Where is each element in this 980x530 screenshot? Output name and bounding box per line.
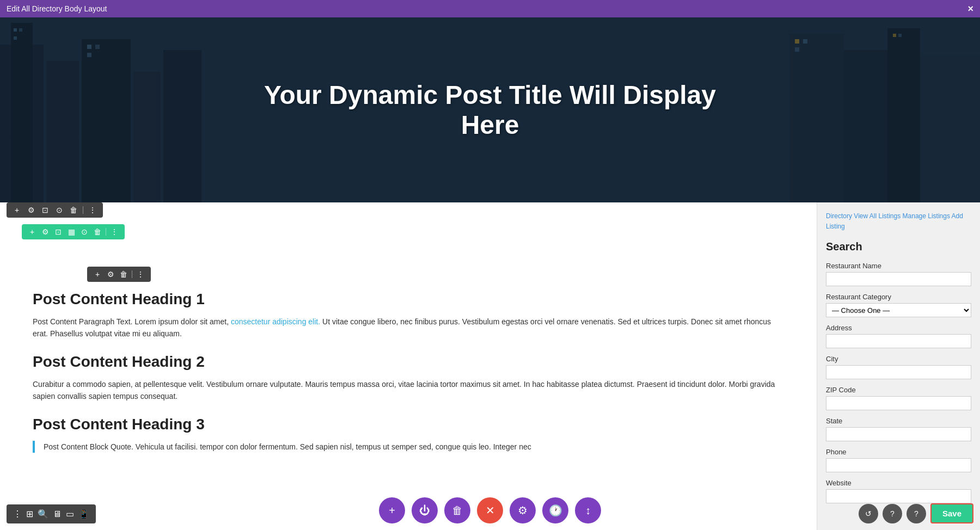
blockquote: Post Content Block Quote. Vehicula ut fa… (33, 441, 784, 453)
hero-title: Your Dynamic Post Title Will Display Her… (245, 80, 735, 140)
website-input[interactable] (826, 489, 971, 503)
top-bar: Edit All Directory Body Layout × (0, 0, 980, 17)
save-button[interactable]: Save (930, 503, 973, 523)
power-button[interactable]: ⏻ (412, 497, 438, 523)
restaurant-category-group: Restaurant Category — Choose One — (826, 293, 971, 317)
search-title: Search (826, 241, 971, 253)
separator-1 (83, 206, 83, 214)
info-icon[interactable]: ? (906, 504, 926, 523)
grid-icon-2[interactable]: ▦ (66, 227, 76, 236)
link-1[interactable]: consectetur adipiscing elit. (231, 317, 320, 326)
phone-input[interactable] (826, 458, 971, 472)
heading-3: Post Content Heading 3 (33, 416, 784, 433)
search-icon[interactable]: 🔍 (38, 509, 48, 519)
breadcrumb-manage[interactable]: Manage Listings (903, 212, 950, 220)
svg-rect-10 (920, 56, 980, 202)
zip-input[interactable] (826, 396, 971, 410)
svg-rect-19 (795, 47, 799, 52)
copy-icon-2[interactable]: ⊡ (53, 227, 63, 236)
svg-rect-2 (11, 23, 33, 202)
dots-icon[interactable]: ⋮ (13, 509, 22, 519)
svg-rect-16 (87, 53, 91, 57)
add-section-button[interactable]: + (379, 497, 405, 523)
delete-icon-3[interactable]: 🗑 (119, 270, 128, 279)
delete-icon-2[interactable]: 🗑 (93, 227, 102, 236)
move-button[interactable]: ↕ (575, 497, 601, 523)
address-input[interactable] (826, 334, 971, 348)
grid-view-icon[interactable]: ⊞ (26, 509, 33, 519)
restaurant-category-select[interactable]: — Choose One — (826, 303, 971, 317)
settings-icon-2[interactable]: ⚙ (40, 227, 50, 236)
svg-rect-8 (844, 50, 887, 202)
state-label: State (826, 417, 971, 425)
restaurant-category-label: Restaurant Category (826, 293, 971, 301)
schedule-button[interactable]: 🕐 (542, 497, 568, 523)
delete-icon-1[interactable]: 🗑 (69, 206, 78, 214)
website-label: Website (826, 479, 971, 487)
settings-button[interactable]: ⚙ (510, 497, 536, 523)
more-icon-2[interactable]: ⋮ (109, 227, 119, 236)
close-button[interactable]: ✕ (477, 497, 503, 523)
more-icon-1[interactable]: ⋮ (88, 206, 97, 214)
svg-rect-18 (803, 39, 807, 44)
para-2: Curabitur a commodo sapien, at pellentes… (33, 378, 784, 403)
help-icon[interactable]: ? (883, 504, 902, 523)
city-input[interactable] (826, 365, 971, 379)
bottom-left-toolbar: ⋮ ⊞ 🔍 🖥 ▭ 📱 (7, 504, 96, 523)
svg-rect-15 (95, 45, 100, 49)
phone-group: Phone (826, 448, 971, 472)
svg-rect-6 (163, 50, 201, 202)
svg-rect-7 (789, 34, 844, 202)
content-area: + ⚙ ⊡ ▦ ⊙ 🗑 ⋮ + ⚙ 🗑 ⋮ Post Content Headi… (0, 202, 817, 530)
more-icon-3[interactable]: ⋮ (136, 270, 145, 279)
svg-rect-3 (46, 61, 79, 202)
svg-rect-5 (133, 72, 161, 202)
zip-label: ZIP Code (826, 386, 971, 394)
svg-rect-11 (14, 28, 17, 32)
main-content: + ⚙ ⊡ ▦ ⊙ 🗑 ⋮ + ⚙ 🗑 ⋮ Post Content Headi… (0, 202, 980, 530)
svg-rect-14 (87, 45, 91, 49)
svg-rect-21 (898, 34, 902, 37)
website-group: Website (826, 479, 971, 503)
state-input[interactable] (826, 427, 971, 441)
hero-section: Your Dynamic Post Title Will Display Her… (0, 17, 980, 202)
breadcrumb-view-all[interactable]: View All Listings (854, 212, 901, 220)
separator-2 (106, 228, 106, 236)
restaurant-name-group: Restaurant Name (826, 262, 971, 286)
settings-icon-3[interactable]: ⚙ (106, 270, 115, 279)
para-3: Post Content Block Quote. Vehicula ut fa… (44, 441, 784, 453)
delete-section-button[interactable]: 🗑 (444, 497, 470, 523)
svg-rect-9 (887, 28, 920, 202)
add-icon-2[interactable]: + (27, 227, 37, 236)
address-label: Address (826, 324, 971, 332)
svg-rect-13 (14, 36, 17, 40)
add-icon-3[interactable]: + (93, 270, 102, 279)
copy-icon-1[interactable]: ⊡ (40, 206, 50, 214)
state-group: State (826, 417, 971, 441)
refresh-icon[interactable]: ↺ (859, 504, 878, 523)
zip-group: ZIP Code (826, 386, 971, 410)
close-icon[interactable]: × (967, 3, 973, 15)
phone-label: Phone (826, 448, 971, 456)
svg-rect-4 (82, 39, 131, 202)
heading-1: Post Content Heading 1 (33, 291, 784, 308)
restaurant-name-input[interactable] (826, 272, 971, 286)
power-icon-1[interactable]: ⊙ (54, 206, 64, 214)
svg-rect-17 (795, 39, 799, 44)
para-1: Post Content Paragraph Text. Lorem ipsum… (33, 316, 784, 340)
settings-icon-1[interactable]: ⚙ (26, 206, 36, 214)
desktop-icon[interactable]: 🖥 (53, 509, 62, 519)
restaurant-name-label: Restaurant Name (826, 262, 971, 270)
breadcrumb-directory[interactable]: Directory (826, 212, 852, 220)
address-group: Address (826, 324, 971, 348)
separator-3 (132, 270, 132, 278)
svg-rect-12 (19, 28, 22, 32)
bottom-floating-toolbar: + ⏻ 🗑 ✕ ⚙ 🕐 ↕ (379, 497, 601, 523)
add-icon-1[interactable]: + (12, 206, 22, 214)
svg-rect-20 (893, 34, 896, 37)
power-icon-2[interactable]: ⊙ (79, 227, 89, 236)
tablet-icon[interactable]: ▭ (66, 509, 74, 519)
mobile-icon[interactable]: 📱 (78, 509, 89, 519)
sidebar: Directory View All Listings Manage Listi… (817, 202, 980, 530)
bottom-right-toolbar: ↺ ? ? Save (859, 503, 973, 523)
